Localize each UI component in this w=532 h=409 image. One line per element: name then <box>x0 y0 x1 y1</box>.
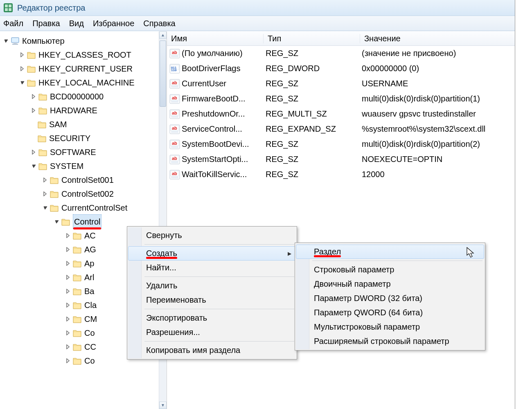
expander-closed-icon[interactable] <box>65 316 71 322</box>
value-row[interactable]: BootDriverFlagsREG_DWORD0x00000000 (0) <box>167 61 515 76</box>
tree-label: CC <box>84 340 96 354</box>
value-data: multi(0)disk(0)rdisk(0)partition(1) <box>358 94 515 103</box>
folder-icon <box>73 343 82 351</box>
expander-closed-icon[interactable] <box>65 358 71 364</box>
value-row[interactable]: ServiceControl...REG_EXPAND_SZ%systemroo… <box>167 121 515 137</box>
column-value-header[interactable]: Значение <box>360 34 515 43</box>
value-row[interactable]: FirmwareBootD...REG_SZmulti(0)disk(0)rdi… <box>167 91 515 106</box>
tree-label: AC <box>84 229 96 243</box>
tree-label: Co <box>84 326 95 340</box>
tree-node-system[interactable]: SYSTEM <box>3 159 159 173</box>
tree-node-hardware[interactable]: HARDWARE <box>3 103 159 117</box>
ctx-label: Параметр DWORD (32 бита) <box>314 294 422 303</box>
context-menu-new-submenu: Раздел Строковый параметр Двоичный парам… <box>295 243 485 351</box>
tree-label: AG <box>84 243 96 256</box>
tree-node-bcd[interactable]: BCD00000000 <box>3 90 159 103</box>
value-type: REG_SZ <box>261 155 358 164</box>
expander-closed-icon[interactable] <box>65 233 71 238</box>
value-row[interactable]: PreshutdownOr...REG_MULTI_SZwuauserv gps… <box>167 106 515 121</box>
menu-file[interactable]: Файл <box>3 19 23 28</box>
expander-closed-icon[interactable] <box>31 108 37 113</box>
app-icon <box>3 3 13 13</box>
ctx-new-expandstring[interactable]: Расширяемый строковый параметр <box>296 334 484 348</box>
tree-node-security[interactable]: SECURITY <box>3 131 159 145</box>
scroll-down-icon[interactable]: ▼ <box>159 402 167 409</box>
value-name: WaitToKillServic... <box>182 170 261 179</box>
expander-closed-icon[interactable] <box>65 344 71 350</box>
tree-label: SECURITY <box>49 131 90 145</box>
expander-closed-icon[interactable] <box>65 302 71 308</box>
ctx-label: Экспортировать <box>146 313 207 322</box>
value-row[interactable]: SystemBootDevi...REG_SZmulti(0)disk(0)rd… <box>167 137 515 152</box>
value-type: REG_SZ <box>261 49 358 58</box>
ctx-new-qword[interactable]: Параметр QWORD (64 бита) <box>296 306 484 320</box>
ctx-label: Параметр QWORD (64 бита) <box>314 308 423 317</box>
window-title: Редактор реестра <box>17 3 85 13</box>
scroll-thumb[interactable] <box>160 40 166 107</box>
column-name-header[interactable]: Имя <box>167 34 264 43</box>
value-row[interactable]: CurrentUserREG_SZUSERNAME <box>167 76 515 91</box>
ctx-label: Свернуть <box>146 231 182 240</box>
expander-closed-icon[interactable] <box>65 288 71 294</box>
ctx-new-multistring[interactable]: Мультистроковый параметр <box>296 320 484 334</box>
string-value-icon <box>169 155 180 164</box>
expander-closed-icon[interactable] <box>65 247 71 252</box>
expander-open-icon[interactable] <box>3 38 9 44</box>
column-type-header[interactable]: Тип <box>264 34 360 43</box>
ctx-rename[interactable]: Переименовать <box>128 293 296 307</box>
expander-open-icon[interactable] <box>54 219 60 225</box>
tree-node-hkcr[interactable]: HKEY_CLASSES_ROOT <box>3 48 159 62</box>
ctx-find[interactable]: Найти... <box>128 261 296 275</box>
expander-closed-icon[interactable] <box>31 149 37 155</box>
menu-edit[interactable]: Правка <box>32 19 60 28</box>
tree-node-software[interactable]: SOFTWARE <box>3 145 159 159</box>
expander-closed-icon[interactable] <box>43 191 48 197</box>
ctx-new-key[interactable]: Раздел <box>296 245 484 259</box>
ctx-collapse[interactable]: Свернуть <box>128 228 296 243</box>
menu-view[interactable]: Вид <box>69 19 84 28</box>
expander-closed-icon[interactable] <box>43 177 48 183</box>
ctx-new-dword[interactable]: Параметр DWORD (32 бита) <box>296 291 484 306</box>
tree-node-hkcu[interactable]: HKEY_CURRENT_USER <box>3 62 159 76</box>
ctx-new-string[interactable]: Строковый параметр <box>296 263 484 277</box>
ctx-label: Создать <box>146 249 177 258</box>
value-data: (значение не присвоено) <box>358 49 515 58</box>
expander-open-icon[interactable] <box>20 80 25 85</box>
tree-node-controlset001[interactable]: ControlSet001 <box>3 173 159 187</box>
menu-favorites[interactable]: Избранное <box>93 19 134 28</box>
folder-icon <box>27 51 36 59</box>
string-value-icon <box>169 49 180 58</box>
expander-closed-icon[interactable] <box>65 330 71 336</box>
expander-open-icon[interactable] <box>43 205 48 211</box>
ctx-permissions[interactable]: Разрешения... <box>128 325 296 339</box>
expander-open-icon[interactable] <box>31 163 37 169</box>
value-row[interactable]: WaitToKillServic...REG_SZ12000 <box>167 167 515 182</box>
expander-closed-icon[interactable] <box>65 261 71 266</box>
tree-node-sam[interactable]: SAM <box>3 117 159 131</box>
folder-icon <box>73 301 82 309</box>
folder-icon <box>38 106 47 115</box>
expander-closed-icon[interactable] <box>20 66 25 72</box>
expander-closed-icon[interactable] <box>31 94 37 99</box>
folder-icon <box>50 176 59 184</box>
tree-node-controlset002[interactable]: ControlSet002 <box>3 187 159 201</box>
scroll-up-icon[interactable]: ▲ <box>159 31 167 39</box>
tree-node-hklm[interactable]: HKEY_LOCAL_MACHINE <box>3 76 159 90</box>
ctx-new-binary[interactable]: Двоичный параметр <box>296 277 484 291</box>
ctx-export[interactable]: Экспортировать <box>128 311 296 325</box>
ctx-delete[interactable]: Удалить <box>128 279 296 293</box>
values-header: Имя Тип Значение <box>167 31 515 46</box>
tree-node-currentcontrolset[interactable]: CurrentControlSet <box>3 201 159 215</box>
menu-help[interactable]: Справка <box>143 19 175 28</box>
expander-closed-icon[interactable] <box>20 52 25 58</box>
ctx-new[interactable]: Создать ▶ <box>128 246 296 261</box>
ctx-copy-key-name[interactable]: Копировать имя раздела <box>128 343 296 357</box>
tree-node-computer[interactable]: Компьютер <box>3 34 159 48</box>
computer-icon <box>11 37 20 45</box>
ctx-label: Разрешения... <box>146 328 200 337</box>
value-row[interactable]: SystemStartOpti...REG_SZ NOEXECUTE=OPTIN <box>167 152 515 167</box>
folder-icon <box>50 204 59 212</box>
expander-closed-icon[interactable] <box>65 274 71 280</box>
value-data: wuauserv gpsvc trustedinstaller <box>358 109 515 119</box>
value-row[interactable]: (По умолчанию)REG_SZ(значение не присвое… <box>167 46 515 61</box>
